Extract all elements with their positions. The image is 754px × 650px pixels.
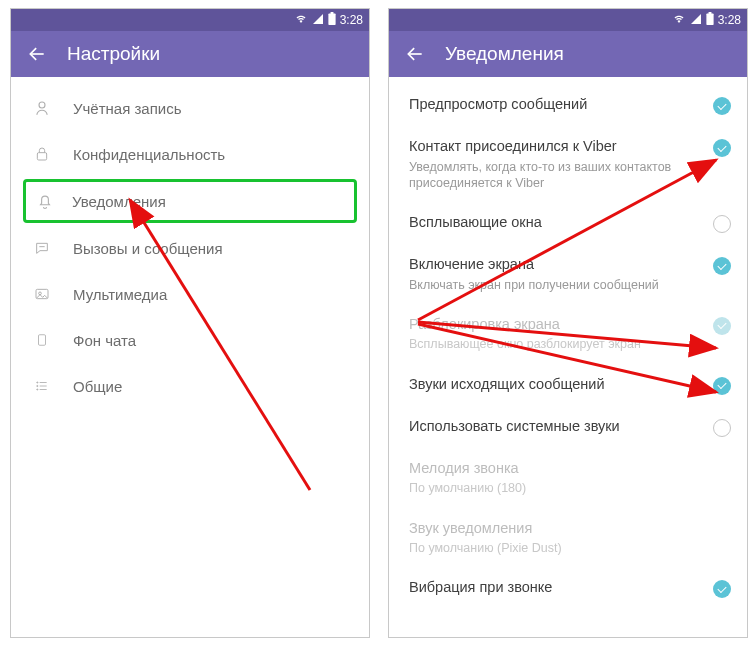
menu-item-notifications[interactable]: Уведомления: [23, 179, 357, 223]
menu-item-general[interactable]: Общие: [11, 363, 369, 409]
back-button[interactable]: [23, 40, 51, 68]
setting-preview[interactable]: Предпросмотр сообщений: [389, 85, 747, 125]
toggle[interactable]: [713, 139, 731, 157]
setting-subtitle: По умолчанию (180): [409, 480, 731, 496]
menu-label: Мультимедиа: [73, 286, 167, 303]
setting-title: Вибрация при звонке: [409, 578, 701, 598]
setting-system-sounds[interactable]: Использовать системные звуки: [389, 407, 747, 447]
setting-unlock: Разблокировка экрана Всплывающее окно ра…: [389, 305, 747, 363]
setting-popups[interactable]: Всплывающие окна: [389, 203, 747, 243]
appbar-title: Уведомления: [445, 43, 564, 65]
toggle[interactable]: [713, 377, 731, 395]
setting-title: Использовать системные звуки: [409, 417, 701, 437]
svg-point-2: [39, 102, 45, 108]
svg-rect-6: [39, 335, 46, 346]
svg-rect-0: [328, 13, 335, 25]
setting-title: Всплывающие окна: [409, 213, 701, 233]
setting-subtitle: Всплывающее окно разблокирует экран: [409, 336, 701, 352]
phone-settings: 3:28 Настройки Учётная запись Конфиденци…: [10, 8, 370, 638]
user-icon: [29, 97, 55, 119]
media-icon: [29, 283, 55, 305]
appbar-title: Настройки: [67, 43, 160, 65]
setting-outgoing-sounds[interactable]: Звуки исходящих сообщений: [389, 365, 747, 405]
clock: 3:28: [718, 13, 741, 27]
svg-point-8: [37, 385, 38, 386]
setting-ringtone[interactable]: Мелодия звонка По умолчанию (180): [389, 449, 747, 507]
background-icon: [29, 329, 55, 351]
menu-item-media[interactable]: Мультимедиа: [11, 271, 369, 317]
toggle: [713, 317, 731, 335]
clock: 3:28: [340, 13, 363, 27]
statusbar: 3:28: [11, 9, 369, 31]
battery-icon: [328, 12, 336, 28]
setting-title: Предпросмотр сообщений: [409, 95, 701, 115]
toggle[interactable]: [713, 580, 731, 598]
wifi-icon: [294, 13, 308, 28]
svg-rect-3: [37, 153, 46, 160]
svg-rect-1: [330, 12, 333, 14]
setting-subtitle: По умолчанию (Pixie Dust): [409, 540, 731, 556]
menu-label: Уведомления: [72, 193, 166, 210]
menu-label: Фон чата: [73, 332, 136, 349]
svg-point-9: [37, 389, 38, 390]
setting-notif-sound[interactable]: Звук уведомления По умолчанию (Pixie Dus…: [389, 509, 747, 567]
toggle[interactable]: [713, 257, 731, 275]
svg-rect-11: [708, 12, 711, 14]
menu-item-calls[interactable]: Вызовы и сообщения: [11, 225, 369, 271]
list-icon: [29, 375, 55, 397]
setting-subtitle: Уведомлять, когда кто-то из ваших контак…: [409, 159, 701, 192]
signal-icon: [690, 13, 702, 28]
chat-icon: [29, 237, 55, 259]
toggle[interactable]: [713, 419, 731, 437]
signal-icon: [312, 13, 324, 28]
svg-point-7: [37, 382, 38, 383]
menu-label: Общие: [73, 378, 122, 395]
setting-contact-joined[interactable]: Контакт присоединился к Viber Уведомлять…: [389, 127, 747, 201]
wifi-icon: [672, 13, 686, 28]
back-button[interactable]: [401, 40, 429, 68]
setting-title: Контакт присоединился к Viber: [409, 137, 701, 157]
phone-notifications: 3:28 Уведомления Предпросмотр сообщений …: [388, 8, 748, 638]
menu-item-privacy[interactable]: Конфиденциальность: [11, 131, 369, 177]
settings-list: Учётная запись Конфиденциальность Уведом…: [11, 77, 369, 637]
setting-title: Включение экрана: [409, 255, 701, 275]
toggle[interactable]: [713, 97, 731, 115]
lock-icon: [29, 143, 55, 165]
toggle[interactable]: [713, 215, 731, 233]
setting-title: Звук уведомления: [409, 519, 731, 539]
statusbar: 3:28: [389, 9, 747, 31]
setting-title: Мелодия звонка: [409, 459, 731, 479]
menu-item-background[interactable]: Фон чата: [11, 317, 369, 363]
setting-subtitle: Включать экран при получении сообщений: [409, 277, 701, 293]
appbar-notifications: Уведомления: [389, 31, 747, 77]
notifications-list: Предпросмотр сообщений Контакт присоедин…: [389, 77, 747, 637]
svg-rect-10: [706, 13, 713, 25]
setting-title: Разблокировка экрана: [409, 315, 701, 335]
menu-item-account[interactable]: Учётная запись: [11, 85, 369, 131]
menu-label: Учётная запись: [73, 100, 182, 117]
setting-screen-on[interactable]: Включение экрана Включать экран при полу…: [389, 245, 747, 303]
menu-label: Вызовы и сообщения: [73, 240, 223, 257]
setting-title: Звуки исходящих сообщений: [409, 375, 701, 395]
appbar-settings: Настройки: [11, 31, 369, 77]
bell-icon: [32, 190, 58, 212]
menu-label: Конфиденциальность: [73, 146, 225, 163]
battery-icon: [706, 12, 714, 28]
setting-vibrate[interactable]: Вибрация при звонке: [389, 568, 747, 608]
